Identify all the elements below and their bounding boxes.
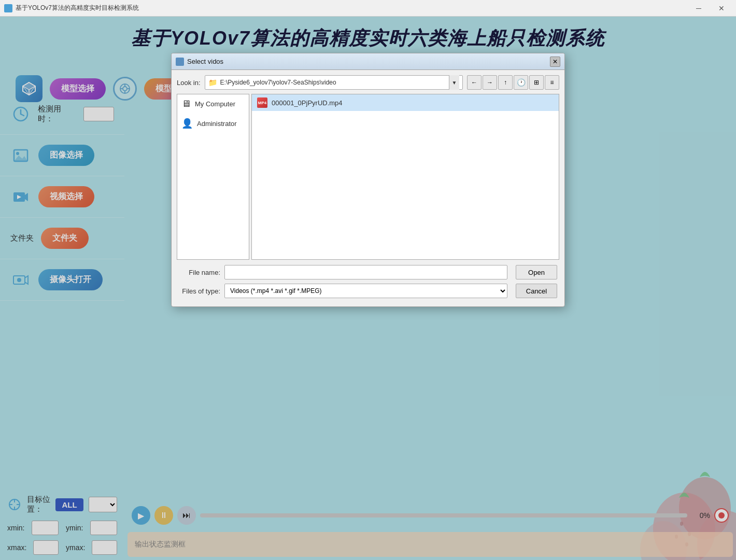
dialog-title-bar: Select vidos ✕ (172, 53, 564, 70)
files-of-type-select[interactable]: Videos (*.mp4 *.avi *.gif *.MPEG) (224, 284, 507, 298)
sidebar-item-mycomputer[interactable]: 🖥 My Computer (177, 94, 249, 114)
cancel-button[interactable]: Cancel (516, 284, 557, 298)
files-of-type-label: Files of type: (179, 287, 220, 295)
user-icon: 👤 (181, 118, 193, 129)
cancel-btn-container: Cancel (516, 284, 557, 298)
my-computer-label: My Computer (195, 100, 235, 108)
file-name-input[interactable] (224, 265, 507, 279)
nav-back[interactable]: ← (467, 75, 482, 90)
dialog-close-button[interactable]: ✕ (550, 57, 560, 67)
dialog-title-text: Select vidos (187, 58, 550, 65)
dialog-body: Look in: 📁 E:\Pyside6_yolov7\yolov7-SeaS… (172, 70, 564, 306)
file-name: 000001_0PjPyrUD.mp4 (272, 99, 343, 107)
nav-forward[interactable]: → (483, 75, 497, 90)
nav-grid-view[interactable]: ⊞ (529, 75, 544, 90)
administrator-label: Administrator (197, 120, 237, 128)
nav-buttons: ← → ↑ 🕐 ⊞ ≡ (467, 75, 559, 90)
file-item[interactable]: MP4 000001_0PjPyrUD.mp4 (252, 94, 559, 111)
dialog-action-buttons: Open (516, 265, 557, 279)
mp4-icon: MP4 (257, 97, 267, 108)
computer-icon: 🖥 (181, 99, 191, 109)
minimize-button[interactable]: ─ (688, 3, 709, 13)
files-of-type-row: Files of type: Videos (*.mp4 *.avi *.gif… (179, 284, 557, 298)
look-in-label: Look in: (177, 79, 201, 87)
title-bar-controls: ─ ✕ (688, 3, 732, 13)
file-name-label: File name: (179, 269, 220, 276)
nav-up[interactable]: ↑ (498, 75, 513, 90)
look-in-path: 📁 E:\Pyside6_yolov7\yolov7-SeaShips\vide… (205, 75, 463, 90)
dialog-icon (176, 58, 184, 66)
path-dropdown[interactable]: ▼ (449, 75, 459, 90)
path-folder-icon: 📁 (208, 78, 217, 87)
nav-recent[interactable]: 🕐 (514, 75, 528, 90)
modal-overlay: Select vidos ✕ Look in: 📁 E:\Pyside6_yol… (0, 17, 736, 560)
file-list: MP4 000001_0PjPyrUD.mp4 (251, 94, 559, 260)
look-in-row: Look in: 📁 E:\Pyside6_yolov7\yolov7-SeaS… (177, 75, 559, 90)
sidebar-item-administrator[interactable]: 👤 Administrator (177, 114, 249, 133)
app-background: 基于YOLOv7算法的高精度实时六类海上船只检测系统 CSDN：BestSong… (0, 17, 736, 560)
file-sidebar: 🖥 My Computer 👤 Administrator (177, 94, 249, 260)
app-icon (4, 4, 12, 12)
dialog-bottom: File name: Open Files of type: Videos (*… (177, 265, 559, 301)
nav-list-view[interactable]: ≡ (545, 75, 559, 90)
title-bar-text: 基于YOLOv7算法的高精度实时目标检测系统 (16, 4, 688, 12)
open-button[interactable]: Open (516, 265, 557, 279)
title-bar: 基于YOLOv7算法的高精度实时目标检测系统 ─ ✕ (0, 0, 736, 17)
path-text: E:\Pyside6_yolov7\yolov7-SeaShips\video (220, 79, 449, 86)
file-name-row: File name: Open (179, 265, 557, 279)
file-browser: 🖥 My Computer 👤 Administrator MP4 000001… (177, 94, 559, 260)
close-button[interactable]: ✕ (711, 3, 732, 13)
file-dialog: Select vidos ✕ Look in: 📁 E:\Pyside6_yol… (171, 53, 565, 307)
